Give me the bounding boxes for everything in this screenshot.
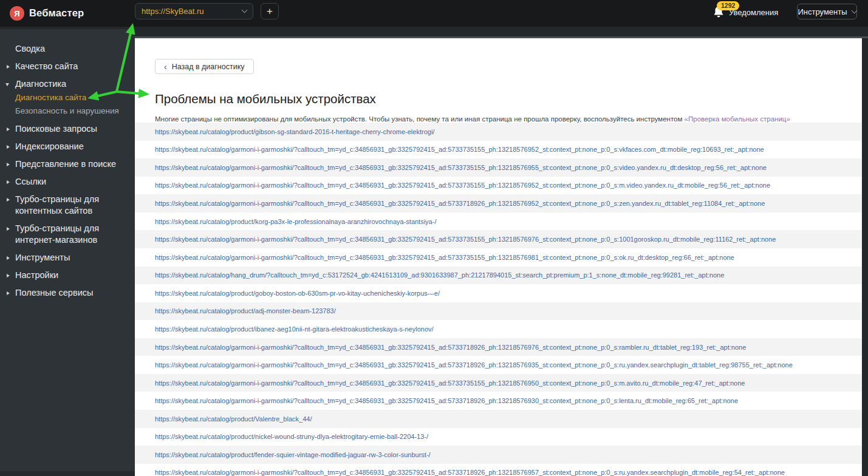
url-link[interactable]: https://skybeat.ru/catalog/garmoni-i-gar… (155, 200, 765, 207)
url-row: https://skybeat.ru/catalog/garmoni-i-gar… (135, 338, 862, 356)
expand-right-icon (7, 256, 10, 260)
url-link[interactable]: https://skybeat.ru/catalog/product/fende… (155, 451, 431, 458)
url-link[interactable]: https://skybeat.ru/catalog/garmoni-i-gar… (155, 344, 746, 351)
add-site-button[interactable]: + (261, 3, 279, 19)
url-row: https://skybeat.ru/catalog/garmoni-i-gar… (135, 392, 862, 410)
url-row: https://skybeat.ru/catalog/garmoni-i-gar… (135, 356, 862, 374)
sidebar-item-label: Полезные сервисы (15, 288, 93, 298)
url-link[interactable]: https://skybeat.ru/catalog/garmoni-i-gar… (155, 379, 745, 387)
expand-right-icon (7, 227, 10, 231)
sidebar-item-turbo-content[interactable]: Турбо-страницы для контентных сайтов (0, 194, 135, 217)
site-selector-value: https://SkyBeat.ru (142, 7, 204, 16)
url-link[interactable]: https://skybeat.ru/catalog/garmoni-i-gar… (155, 254, 734, 261)
chevron-left-icon: ‹ (164, 63, 167, 71)
sidebar-item-summary[interactable]: Сводка (0, 43, 135, 55)
notifications-label: Уведомления (729, 8, 778, 17)
url-row: https://skybeat.ru/catalog/garmoni-i-gar… (135, 177, 862, 195)
url-link[interactable]: https://skybeat.ru/catalog/product/gibso… (155, 128, 434, 135)
url-link[interactable]: https://skybeat.ru/catalog/product/goboy… (155, 290, 440, 297)
back-to-diagnostics-button[interactable]: ‹ Назад в диагностику (155, 59, 254, 74)
sidebar-item-useful-services[interactable]: Полезные сервисы (0, 287, 135, 299)
tools-label: Инструменты (798, 7, 847, 16)
url-row: https://skybeat.ru/catalog/garmoni-i-gar… (135, 194, 862, 212)
sidebar-item-diagnostics[interactable]: Диагностика (0, 78, 135, 90)
url-link[interactable]: https://skybeat.ru/catalog/hang_drum/?ca… (155, 271, 724, 279)
url-row: https://skybeat.ru/catalog/garmoni-i-gar… (135, 158, 862, 177)
url-link[interactable]: https://skybeat.ru/catalog/product/ibane… (155, 325, 434, 333)
site-selector-dropdown[interactable]: https://SkyBeat.ru (135, 3, 253, 19)
sidebar-item-site-diagnostics[interactable]: Диагностика сайта (0, 92, 135, 103)
page-description: Многие страницы не оптимизированы для мо… (155, 115, 790, 123)
url-row: https://skybeat.ru/catalog/product/Valen… (135, 410, 862, 428)
url-row: https://skybeat.ru/catalog/garmoni-i-gar… (135, 248, 862, 267)
page-title: Проблемы на мобильных устройствах (155, 92, 376, 106)
sidebar-item-label: Индексирование (15, 141, 84, 151)
sidebar-item-security-violations[interactable]: Безопасность и нарушения (0, 106, 135, 116)
url-row: https://skybeat.ru/catalog/product/gibso… (135, 123, 862, 141)
expand-right-icon (7, 65, 10, 69)
url-row: https://skybeat.ru/catalog/garmoni-i-gar… (135, 230, 862, 248)
url-link[interactable]: https://skybeat.ru/catalog/garmoni-i-gar… (155, 397, 738, 404)
expand-right-icon (7, 180, 10, 184)
url-row: https://skybeat.ru/catalog/hang_drum/?ca… (135, 267, 862, 285)
tools-dropdown-button[interactable]: Инструменты (797, 4, 857, 19)
sidebar-item-label: Турбо-страницы для интернет-магазинов (15, 223, 99, 245)
sidebar-item-search-queries[interactable]: Поисковые запросы (0, 123, 135, 135)
sidebar-item-label: Настройки (15, 270, 58, 280)
sidebar-item-indexing[interactable]: Индексирование (0, 141, 135, 152)
url-row: https://skybeat.ru/catalog/garmoni-i-gar… (135, 464, 862, 476)
url-row: https://skybeat.ru/catalog/garmoni-i-gar… (135, 141, 862, 159)
top-bar: Я Вебмастер https://SkyBeat.ru + 1292 Ув… (0, 0, 868, 27)
mobile-check-tool-link[interactable]: «Проверка мобильных страниц» (685, 115, 790, 123)
yandex-logo-icon[interactable]: Я (10, 6, 24, 21)
expand-right-icon (7, 127, 10, 131)
main-content: ‹ Назад в диагностику Проблемы на мобиль… (135, 38, 862, 476)
expand-right-icon (7, 274, 10, 277)
url-row: https://skybeat.ru/catalog/product/fende… (135, 446, 862, 464)
expand-right-icon (7, 198, 10, 202)
sidebar: Сводка Качество сайта Диагностика Диагно… (0, 29, 135, 476)
sidebar-item-label: Представление в поиске (15, 159, 116, 169)
sidebar-item-settings[interactable]: Настройки (0, 270, 135, 281)
url-row: https://skybeat.ru/catalog/product/adj-m… (135, 302, 862, 321)
sidebar-item-site-quality[interactable]: Качество сайта (0, 61, 135, 72)
sidebar-item-turbo-ecommerce[interactable]: Турбо-страницы для интернет-магазинов (0, 223, 135, 246)
expand-right-icon (7, 291, 10, 295)
url-link[interactable]: https://skybeat.ru/catalog/garmoni-i-gar… (155, 164, 767, 171)
expand-right-icon (7, 163, 10, 166)
diagnostics-submenu: Диагностика сайта Безопасность и нарушен… (0, 92, 135, 116)
url-row: https://skybeat.ru/catalog/garmoni-i-gar… (135, 374, 862, 392)
description-text: Многие страницы не оптимизированы для мо… (155, 115, 685, 123)
url-row: https://skybeat.ru/catalog/product/goboy… (135, 284, 862, 302)
app-title[interactable]: Вебмастер (29, 7, 84, 19)
url-link[interactable]: https://skybeat.ru/catalog/product/nicke… (155, 433, 428, 440)
sidebar-item-label: Ссылки (15, 177, 46, 186)
sidebar-item-links[interactable]: Ссылки (0, 176, 135, 188)
url-link[interactable]: https://skybeat.ru/catalog/garmoni-i-gar… (155, 236, 776, 243)
url-link[interactable]: https://skybeat.ru/catalog/product/adj-m… (155, 307, 336, 314)
expand-right-icon (7, 145, 10, 149)
back-button-label: Назад в диагностику (172, 63, 245, 71)
sidebar-item-tools[interactable]: Инструменты (0, 252, 135, 264)
url-link[interactable]: https://skybeat.ru/catalog/garmoni-i-gar… (155, 182, 770, 189)
sidebar-item-search-appearance[interactable]: Представление в поиске (0, 158, 135, 170)
sidebar-item-label: Сводка (15, 44, 45, 53)
collapse-down-icon (5, 83, 9, 86)
url-link[interactable]: https://skybeat.ru/catalog/product/korg-… (155, 218, 436, 225)
sidebar-item-label: Поисковые запросы (15, 124, 97, 134)
url-link[interactable]: https://skybeat.ru/catalog/product/Valen… (155, 415, 312, 423)
url-row: https://skybeat.ru/catalog/product/korg-… (135, 212, 862, 231)
url-link[interactable]: https://skybeat.ru/catalog/garmoni-i-gar… (155, 469, 785, 476)
url-row: https://skybeat.ru/catalog/product/ibane… (135, 320, 862, 338)
sidebar-item-label: Качество сайта (15, 61, 78, 71)
chevron-down-icon (851, 7, 857, 13)
url-list: https://skybeat.ru/catalog/product/gibso… (135, 123, 862, 476)
sidebar-item-label: Инструменты (15, 253, 70, 262)
sidebar-item-label: Турбо-страницы для контентных сайтов (15, 194, 99, 216)
url-link[interactable]: https://skybeat.ru/catalog/garmoni-i-gar… (155, 146, 764, 153)
sidebar-item-label: Диагностика (15, 79, 66, 89)
chevron-down-icon (242, 7, 248, 13)
url-row: https://skybeat.ru/catalog/product/nicke… (135, 428, 862, 446)
url-link[interactable]: https://skybeat.ru/catalog/garmoni-i-gar… (155, 361, 793, 369)
